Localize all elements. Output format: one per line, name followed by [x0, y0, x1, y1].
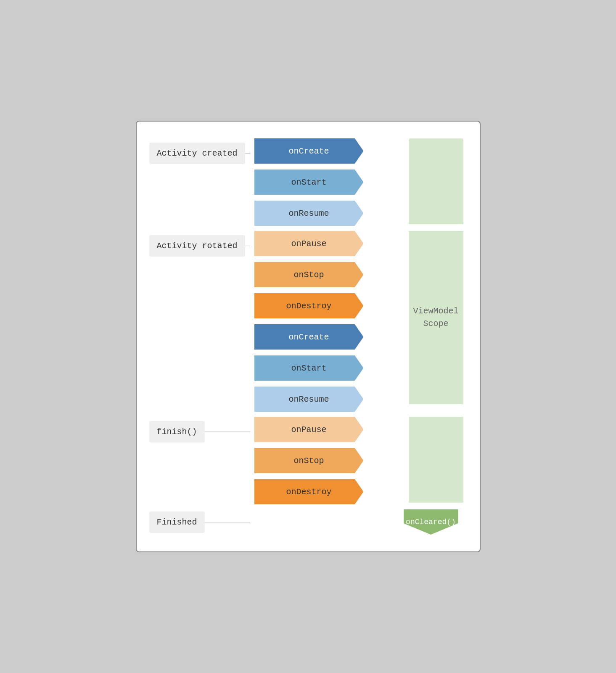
section-4: Finished onCleared()	[149, 509, 469, 535]
scope-mid: ViewModel Scope	[404, 231, 469, 404]
arrows-col-2: onPause onStop onDestroy onCreate onStar…	[250, 231, 404, 415]
scope-bottom: onCleared()	[404, 509, 469, 535]
arrow-onStop-1: onStop	[254, 262, 364, 287]
arrow-onStart-2: onStart	[254, 355, 364, 381]
left-col-2: Activity rotated	[149, 231, 250, 257]
hline-2	[245, 246, 250, 246]
section-3: finish() onPause onStop onDestroy	[149, 417, 469, 508]
finish-label: finish()	[149, 421, 205, 442]
label-row-3: finish()	[149, 421, 250, 442]
arrow-onCreate-1: onCreate	[254, 138, 364, 164]
on-cleared-label: onCleared()	[406, 518, 456, 526]
scope-bar-lower	[409, 417, 463, 503]
section-2: Activity rotated onPause onStop onDestro…	[149, 231, 469, 415]
arrow-shape-onPause-1: onPause	[254, 231, 364, 256]
label-row-2: Activity rotated	[149, 235, 250, 257]
left-col-4: Finished	[149, 511, 250, 533]
finished-label: Finished	[149, 511, 205, 533]
label-row-4: Finished	[149, 511, 250, 533]
arrow-onDestroy-2: onDestroy	[254, 479, 364, 504]
viewmodel-scope-label: ViewModel Scope	[413, 305, 458, 330]
arrow-onResume-2: onResume	[254, 387, 364, 412]
arrow-shape-onDestroy-1: onDestroy	[254, 293, 364, 318]
arrow-shape-onStop-1: onStop	[254, 262, 364, 287]
diagram-container: Activity created onCreate onStart onResu…	[136, 121, 481, 552]
arrow-shape-onCreate-1: onCreate	[254, 138, 364, 164]
arrow-shape-onStart-2: onStart	[254, 355, 364, 381]
scope-bar-top	[409, 138, 463, 224]
on-cleared-arrow: onCleared()	[404, 509, 458, 535]
arrow-shape-onResume-2: onResume	[254, 387, 364, 412]
arrow-shape-onDestroy-2: onDestroy	[254, 479, 364, 504]
arrow-onPause-2: onPause	[254, 417, 364, 442]
left-col-1: Activity created	[149, 138, 250, 164]
activity-rotated-label: Activity rotated	[149, 235, 245, 257]
arrows-list-1: onCreate onStart onResume	[254, 138, 404, 229]
arrow-shape-onResume-1: onResume	[254, 201, 364, 226]
label-row-1: Activity created	[149, 143, 250, 164]
arrow-onResume-1: onResume	[254, 201, 364, 226]
arrow-shape-onStart-1: onStart	[254, 170, 364, 195]
arrow-onCreate-2: onCreate	[254, 324, 364, 350]
arrows-list-2: onPause onStop onDestroy onCreate onStar…	[254, 231, 404, 415]
hline-1	[245, 153, 250, 154]
main-layout: Activity created onCreate onStart onResu…	[149, 138, 469, 535]
activity-created-label: Activity created	[149, 143, 245, 164]
arrow-onStop-2: onStop	[254, 448, 364, 473]
arrow-onStart-1: onStart	[254, 170, 364, 195]
hline-4	[205, 522, 250, 522]
scope-top	[404, 138, 469, 224]
arrow-shape-onPause-2: onPause	[254, 417, 364, 442]
scope-lower	[404, 417, 469, 503]
arrows-col-3: onPause onStop onDestroy	[250, 417, 404, 508]
left-col-3: finish()	[149, 417, 250, 442]
section-1: Activity created onCreate onStart onResu…	[149, 138, 469, 229]
arrow-shape-onStop-2: onStop	[254, 448, 364, 473]
hline-3	[205, 432, 250, 432]
arrow-onPause-1: onPause	[254, 231, 364, 256]
scope-bar-mid: ViewModel Scope	[409, 231, 463, 404]
arrows-col-1: onCreate onStart onResume	[250, 138, 404, 229]
arrow-shape-onCreate-2: onCreate	[254, 324, 364, 350]
arrow-onDestroy-1: onDestroy	[254, 293, 364, 318]
arrows-list-3: onPause onStop onDestroy	[254, 417, 404, 508]
